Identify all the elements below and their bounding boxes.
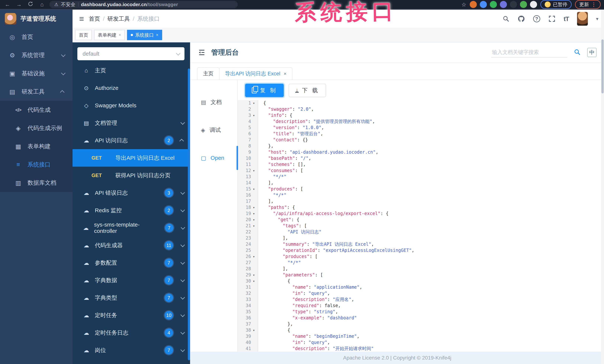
sidebar-item-label: 基础设施 — [22, 70, 45, 77]
api-endpoint-item[interactable]: GET获得API 访问日志分页 — [73, 167, 190, 184]
api-menu-item[interactable]: ▤文档管理 — [73, 114, 190, 132]
code-editor[interactable]: 1▾{2"swagger": "2.0",3▾"info": {4"descri… — [238, 100, 604, 352]
api-menu-label: Redis 监控 — [95, 207, 122, 214]
api-menu-item[interactable]: ⌂主页 — [73, 62, 190, 79]
paused-label: 已暂停 — [553, 1, 567, 8]
doc-nav-open[interactable]: ▢Open — [190, 144, 237, 172]
close-icon[interactable]: × — [284, 71, 286, 77]
breadcrumb-item[interactable]: 研发工具 — [107, 15, 130, 23]
sidebar-item-codegen-demo[interactable]: ◈代码生成示例 — [0, 119, 73, 137]
language-toggle[interactable]: 中 — [587, 48, 597, 57]
sidebar-item-system[interactable]: ⚙系统管理 — [0, 46, 73, 64]
api-menu-item[interactable]: ⊙Authorize — [73, 79, 190, 97]
extension-icon[interactable] — [500, 1, 507, 8]
browser-update-button[interactable]: 更新 ⋮ — [575, 0, 601, 9]
api-menu-item[interactable]: ☁岗位7 — [73, 341, 190, 359]
extension-icon[interactable] — [510, 1, 517, 8]
tag-view-item[interactable]: 首页 — [75, 30, 92, 40]
forward-icon[interactable]: → — [15, 1, 23, 8]
api-menu-item[interactable]: ☁定时任务10 — [73, 307, 190, 324]
chevron-down-icon — [180, 190, 185, 195]
extension-icon[interactable] — [490, 1, 497, 8]
sidebar-item-devtools[interactable]: ▤研发工具 — [0, 83, 73, 101]
gutter: 33 — [238, 297, 258, 303]
profile-avatar-icon — [545, 1, 551, 7]
api-menu-item[interactable]: ☁API 访问日志2 — [73, 132, 190, 149]
extension-icon[interactable] — [480, 1, 487, 8]
extension-icon[interactable] — [520, 1, 527, 8]
line-number: 36 — [246, 315, 251, 321]
doc-nav-文档[interactable]: ▤文档 — [190, 88, 237, 116]
close-icon[interactable]: × — [119, 33, 121, 38]
collapse-sidebar-icon[interactable] — [198, 49, 206, 56]
api-endpoint-item[interactable]: GET导出API 访问日志 Excel — [73, 149, 190, 167]
extension-icon[interactable] — [470, 1, 477, 8]
line-number: 31 — [246, 284, 251, 290]
sidebar-item-codegen[interactable]: </>代码生成 — [0, 101, 73, 119]
user-avatar[interactable] — [577, 12, 588, 26]
code-line: 40"in": "query", — [238, 339, 604, 346]
api-menu-item[interactable]: ☁API 错误日志3 — [73, 184, 190, 202]
page-scrollbar[interactable] — [601, 10, 604, 364]
api-menu-item[interactable]: ☁Redis 监控2 — [73, 202, 190, 219]
doc-tab[interactable]: 主页 — [197, 67, 219, 80]
address-bar[interactable]: ⚠ 不安全 dashboard.yudao.iocoder.cn/tool/sw… — [50, 1, 238, 8]
fold-icon: ▾ — [252, 223, 256, 229]
breadcrumb-separator: / — [103, 16, 104, 22]
code-line: 36"x-example": "dashboard" — [238, 315, 604, 321]
doc-search-input[interactable] — [491, 47, 567, 57]
bookmark-star-icon[interactable]: ☆ — [461, 1, 466, 8]
api-menu-item[interactable]: ☁参数配置7 — [73, 254, 190, 272]
cloud-icon: ☁ — [83, 277, 90, 284]
api-menu-label: 代码生成器 — [95, 242, 123, 249]
tag-view-active[interactable]: 系统接口× — [127, 30, 162, 40]
browser-menu-icon[interactable]: ⋮ — [591, 1, 596, 8]
copy-button[interactable]: 复 制 — [245, 84, 284, 97]
api-menu-item[interactable]: ◇Swagger Models — [73, 97, 190, 114]
github-icon[interactable] — [517, 15, 525, 23]
back-icon[interactable]: ← — [3, 1, 12, 8]
sidebar-item-form-builder[interactable]: ▦表单构建 — [0, 137, 73, 155]
fold-icon: ▾ — [252, 217, 256, 223]
api-menu-item[interactable]: ☁sys-sms-template-controller7 — [73, 219, 190, 237]
download-button[interactable]: ↓ 下 载 — [289, 84, 326, 97]
count-badge: 7 — [165, 224, 174, 232]
doc-title: 管理后台 — [211, 48, 239, 57]
sidebar-item-api-doc[interactable]: ≡系统接口 — [0, 155, 73, 174]
api-menu-item[interactable]: ☁定时任务日志4 — [73, 324, 190, 341]
api-menu-item[interactable]: ☁代码生成器11 — [73, 237, 190, 254]
avatar-caret-icon[interactable]: ▾ — [596, 16, 598, 22]
sidebar-item-label: 系统管理 — [22, 51, 45, 59]
close-icon[interactable]: × — [156, 33, 158, 38]
chevron-up-icon — [179, 139, 184, 143]
breadcrumb-item[interactable]: 首页 — [89, 15, 100, 23]
search-icon[interactable] — [503, 15, 509, 22]
chevron-down-icon — [180, 277, 185, 282]
api-menu-item[interactable]: ☁字典类型7 — [73, 289, 190, 307]
hamburger-icon[interactable]: ≡ — [79, 14, 84, 24]
code-line: 33"description": "应用名", — [238, 297, 604, 303]
api-menu-item[interactable]: ☁字典数据7 — [73, 272, 190, 289]
sidebar-item-db-doc[interactable]: ▥数据库文档 — [0, 174, 73, 192]
page-scrollbar-thumb[interactable] — [601, 39, 604, 93]
doc-nav-调试[interactable]: ◈调试 — [190, 116, 237, 144]
home-icon[interactable]: ⌂ — [38, 1, 46, 8]
font-size-icon[interactable]: tT — [564, 15, 569, 23]
api-sidebar-scrollbar[interactable] — [188, 68, 190, 360]
logo-row[interactable]: 芋道管理系统 — [0, 10, 73, 28]
api-menu-label: Swagger Models — [95, 102, 136, 109]
chevron-down-icon — [61, 71, 65, 75]
help-icon[interactable]: ? — [533, 15, 540, 22]
sidebar-item-infra[interactable]: ▣基础设施 — [0, 64, 73, 83]
doc-tab[interactable]: 导出API 访问日志 Excel× — [219, 67, 292, 80]
tag-view-item[interactable]: 表单构建× — [94, 30, 125, 40]
profile-paused-button[interactable]: 已暂停 — [541, 0, 572, 9]
endpoint-label: 导出API 访问日志 Excel — [115, 154, 175, 162]
sidebar-item-home[interactable]: ◎首页 — [0, 28, 73, 46]
refresh-icon[interactable] — [26, 1, 35, 8]
breadcrumb-item[interactable]: 系统接口 — [137, 15, 160, 23]
api-group-select[interactable]: default — [77, 47, 185, 60]
extension-icon[interactable] — [530, 1, 537, 8]
doc-search-icon[interactable] — [574, 49, 580, 56]
fullscreen-icon[interactable] — [548, 15, 555, 22]
